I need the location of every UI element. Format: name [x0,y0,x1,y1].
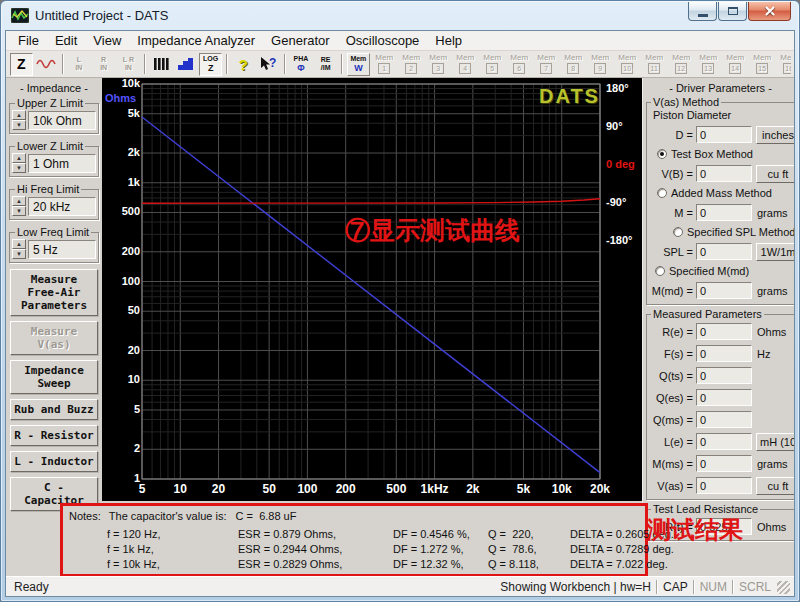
lower-z-limit-spin-up-button[interactable]: ▲ [12,153,26,163]
lower-z-limit-spin-down-button[interactable]: ▼ [12,163,26,173]
piston-diameter-label: Piston Diameter [648,108,794,123]
titlebar[interactable]: Untitled Project - DATS [1,1,799,30]
toolbar-log-scale-button[interactable]: LOGZ [199,53,222,76]
mem-slot-number: 6 [513,63,525,74]
rub-and-buzz-button[interactable]: Rub and Buzz [10,399,98,420]
impedance-sweep-button[interactable]: Impedance Sweep [10,360,98,394]
hi-freq-limit-value[interactable]: 20 kHz [28,197,96,216]
r-resistor-button[interactable]: R - Resistor [10,425,98,446]
x-tick-50: 50 [262,482,275,496]
phase-tick-90: 90° [606,120,623,132]
toolbar-mem-10-button: Mem10 [615,53,640,76]
unit-button-cu-ft[interactable]: cu ft [756,165,794,183]
y-tick-2k: 2k [128,146,140,158]
close-button[interactable] [748,2,791,21]
toolbar-piano-tones-button[interactable] [150,53,173,76]
upper-z-limit-spin-down-button[interactable]: ▼ [12,120,26,130]
toolbar-right-input-button: RIN [92,53,115,76]
status-separator [693,580,695,594]
upper-z-limit-value[interactable]: 10k Ohm [28,111,96,130]
radio-dot-icon [657,149,667,159]
lower-z-limit-value[interactable]: 1 Ohm [28,154,96,173]
menu-item-file[interactable]: File [10,31,47,50]
input-m-ms[interactable]: 0 [696,455,752,472]
toolbar-context-help-button[interactable]: ? [257,53,280,76]
radio-added-mass-method[interactable]: Added Mass Method [652,185,794,201]
input-r-e[interactable]: 0 [696,323,752,340]
toolbar-memory-write-button[interactable]: MemW [347,53,370,76]
radio-test-box-method[interactable]: Test Box Method [652,146,794,162]
note-df: DF = 12.32 %, [393,557,488,572]
app-window: Untitled Project - DATS FileEditViewImpe… [0,0,800,602]
toolbar-generator-button[interactable] [35,53,58,76]
x-tick-5: 5 [139,482,146,496]
input-spl[interactable]: 0 [696,243,752,260]
radio-label-added-mass-method: Added Mass Method [671,187,772,199]
note-q: Q = 220, [488,527,570,542]
measure-free-air-parameters-button[interactable]: Measure Free-Air Parameters [10,269,98,316]
radio-specified-m-md[interactable]: Specified M(md) [650,263,794,279]
hi-freq-limit-spin-up-button[interactable]: ▲ [12,196,26,206]
low-freq-limit-value[interactable]: 5 Hz [28,240,96,259]
y-tick-100: 100 [122,275,140,287]
input-f-s[interactable]: 0 [696,345,752,362]
mem-slot-number: 13 [702,63,714,74]
toolbar-help-button[interactable]: ? [232,53,255,76]
menu-item-view[interactable]: View [85,31,129,50]
note-delta: DELTA = 7.022 deg. [570,557,668,572]
lower-z-limit-spinner: ▲▼ [12,153,26,173]
result-annotation: 测试结果 [647,514,743,546]
input-v-b[interactable]: 0 [696,165,752,182]
input-l-e[interactable]: 0 [696,433,752,450]
low-freq-limit-label: Low Freq Limit [15,226,91,238]
input-q-ms[interactable]: 0 [696,411,752,428]
measurement-buttons: Measure Free-Air ParametersMeasure V(as)… [6,269,102,511]
unit-button-mh-10k[interactable]: mH (10k) [756,433,794,451]
toolbar-mem-4-button: Mem4 [453,53,478,76]
minimize-button[interactable] [688,2,717,21]
input-q-ts[interactable]: 0 [696,367,752,384]
unit-button-inches[interactable]: inches [756,126,794,144]
mem-label: Mem [429,54,447,62]
menu-item-help[interactable]: Help [427,31,470,50]
svg-text:?: ? [269,56,276,70]
unit-label-hz: Hz [752,348,770,360]
note-esr: ESR = 0.879 Ohms, [238,527,393,542]
input-m[interactable]: 0 [696,204,752,221]
hi-freq-limit-group: Hi Freq Limit▲▼20 kHz [9,183,99,220]
resize-grip[interactable] [777,581,790,594]
toolbar-impedance-z-button[interactable]: Z [10,53,33,76]
field-label-v-as: V(as) = [648,480,696,492]
menu-item-impedance-analyzer[interactable]: Impedance Analyzer [129,31,263,50]
maximize-button[interactable] [718,2,747,21]
toolbar-mem-15-button: Mem15 [750,53,775,76]
unit-button-1w-1m[interactable]: 1W/1m [756,243,794,261]
radio-specified-spl-method[interactable]: Specified SPL Method [668,224,794,240]
upper-z-limit-spinner: ▲▼ [12,110,26,130]
low-freq-limit-spin-up-button[interactable]: ▲ [12,239,26,249]
toolbar-phase-button[interactable]: PHAΦ [290,53,313,76]
toolbar-real-imaginary-button[interactable]: RE/IM [314,53,337,76]
mem-label: Mem [402,54,420,62]
l-inductor-button[interactable]: L - Inductor [10,451,98,472]
toolbar-separator [226,54,228,74]
menu-item-edit[interactable]: Edit [47,31,85,50]
input-d[interactable]: 0 [696,126,752,143]
low-freq-limit-spin-down-button[interactable]: ▼ [12,249,26,259]
input-q-es[interactable]: 0 [696,389,752,406]
unit-button-cu-ft[interactable]: cu ft [756,477,794,495]
phase-tick-90: -90° [606,196,626,208]
menu-item-generator[interactable]: Generator [263,31,338,50]
measured-parameters-group: Measured ParametersR(e) =0OhmsF(s) =0HzQ… [646,308,794,500]
toolbar-separator [144,54,146,74]
mem-slot-number: 11 [648,63,660,74]
upper-z-limit-spin-up-button[interactable]: ▲ [12,110,26,120]
input-v-as[interactable]: 0 [696,477,752,494]
phase-tick-180: -180° [606,234,632,246]
unit-label-grams: grams [752,207,788,219]
menu-item-oscilloscope[interactable]: Oscilloscope [338,31,428,50]
input-m-md[interactable]: 0 [696,282,752,299]
toolbar-spectrum-button[interactable] [175,53,198,76]
toolbar-stereo-input-button: L RIN [117,53,140,76]
hi-freq-limit-spin-down-button[interactable]: ▼ [12,206,26,216]
